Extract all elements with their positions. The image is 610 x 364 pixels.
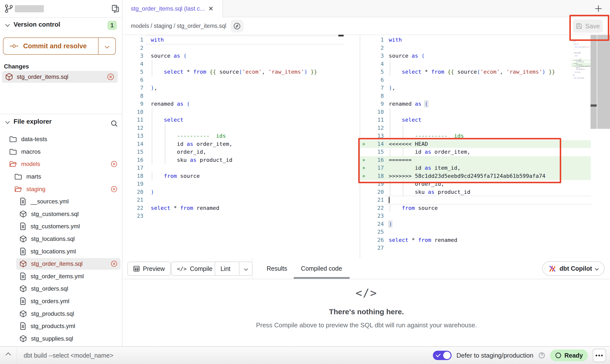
code-line[interactable]: 2 <box>122 44 360 52</box>
code-line[interactable]: 16+======= <box>360 156 610 164</box>
code-line[interactable]: 22select * from renamed <box>122 204 360 212</box>
lint-label[interactable]: Lint <box>215 262 236 275</box>
code-line[interactable]: 18+>>>>>>> 58c1dd23d5eebd9cd2495fa7124ab… <box>360 172 610 180</box>
code-line[interactable]: 15 order_id, <box>122 148 360 156</box>
code-line[interactable]: 22 from source <box>360 204 610 212</box>
code-line[interactable]: 10 <box>122 108 360 116</box>
code-line[interactable]: 6 <box>122 76 360 84</box>
editor-minimap[interactable]: 1with23source as (45 select * from {{ so… <box>571 40 590 83</box>
code-line[interactable]: 14 id as order_item, <box>122 140 360 148</box>
code-line[interactable]: 7), <box>122 84 360 92</box>
tab-stg-order-items[interactable]: stg_order_items.sql (last c... ✕ <box>123 0 223 17</box>
file-tree-item[interactable]: stg_supplies.sql <box>0 332 122 345</box>
code-line[interactable]: 14+<<<<<<< HEAD <box>360 140 610 148</box>
code-line[interactable]: 8 <box>360 92 610 100</box>
copy-icon[interactable] <box>111 4 120 13</box>
code-line[interactable]: 12 <box>122 124 360 132</box>
file-tree-item[interactable]: staging <box>0 183 122 195</box>
code-line[interactable]: 19 <box>122 180 360 188</box>
code-line[interactable]: 4 <box>122 60 360 68</box>
code-line[interactable]: 20) <box>122 188 360 196</box>
changes-file-item[interactable]: stg_order_items.sql <box>2 71 118 83</box>
code-line[interactable]: 24) <box>360 220 610 228</box>
more-options-button[interactable]: ••• <box>593 349 606 362</box>
code-line[interactable]: 13 ---------- ids <box>122 132 360 140</box>
code-line[interactable]: 12 <box>360 124 610 132</box>
preview-button[interactable]: Preview <box>127 262 171 276</box>
code-line[interactable]: 20 sku as product_id <box>360 188 610 196</box>
version-control-header[interactable]: Version control <box>0 21 114 28</box>
code-line[interactable]: 5 select * from {{ source('ecom', 'raw_i… <box>122 68 360 76</box>
code-line[interactable]: 11 select <box>360 116 610 124</box>
file-explorer-header[interactable]: File explorer <box>0 118 100 125</box>
tab-results[interactable]: Results <box>261 258 293 279</box>
editor-scrollbar[interactable] <box>591 35 597 129</box>
code-text: source as ( <box>389 52 425 60</box>
code-line[interactable]: 9renamed as ( <box>360 100 610 108</box>
code-line[interactable]: 9renamed as ( <box>122 100 360 108</box>
defer-toggle[interactable] <box>433 351 452 360</box>
status-badge[interactable]: Ready <box>550 349 588 361</box>
code-line[interactable]: 23 <box>122 212 360 220</box>
code-line[interactable]: 21 <box>122 196 360 204</box>
code-line[interactable]: 13 ---------- ids <box>360 132 610 140</box>
breadcrumb: models / staging / stg_order_items.sql <box>131 17 226 34</box>
code-line[interactable]: 21 <box>360 196 610 204</box>
lint-button[interactable]: Lint <box>215 262 253 276</box>
file-tree-item[interactable]: stg_orders.yml <box>0 295 122 308</box>
code-line[interactable]: 1with <box>122 36 360 44</box>
code-line[interactable]: 16 sku as product_id <box>122 156 360 164</box>
file-tree-item[interactable]: models <box>0 158 122 170</box>
code-line[interactable]: 27 <box>360 244 610 252</box>
file-tree-item[interactable]: marts <box>0 170 122 183</box>
code-line[interactable]: 17 <box>122 164 360 172</box>
file-tree-item[interactable]: stg_customers.sql <box>0 208 122 220</box>
file-tree-item[interactable]: macros <box>0 146 122 158</box>
page-scrollbar[interactable] <box>597 35 610 129</box>
code-line[interactable]: 19 order_id, <box>360 180 610 188</box>
code-line[interactable]: 18 from source <box>122 172 360 180</box>
commit-and-resolve-button[interactable]: Commit and resolve <box>3 37 116 55</box>
compile-button[interactable]: </> Compile <box>171 262 218 276</box>
file-tree-item[interactable]: stg_orders.sql <box>0 282 122 295</box>
file-tree-item[interactable]: stg_locations.yml <box>0 245 122 258</box>
tab-close-icon[interactable]: ✕ <box>208 5 214 13</box>
help-icon[interactable] <box>538 352 545 359</box>
tab-compiled-code[interactable]: Compiled code <box>293 258 350 279</box>
lineage-compass-button[interactable] <box>231 20 243 33</box>
file-tree-item[interactable]: data-tests <box>0 133 122 146</box>
code-line[interactable]: 8 <box>122 92 360 100</box>
left-editor-scroll-thumb[interactable] <box>338 35 344 36</box>
code-line[interactable]: 7), <box>360 84 610 92</box>
file-tree-item[interactable]: stg_products.yml <box>0 320 122 332</box>
command-input[interactable]: dbt build --select <model_name> <box>24 352 113 359</box>
code-line[interactable]: 3source as ( <box>122 52 360 60</box>
code-line[interactable]: 15 id as order_item, <box>360 148 610 156</box>
file-tree-item[interactable]: stg_order_items.sql <box>0 258 122 270</box>
code-icon: </> <box>356 287 377 299</box>
file-tree-item[interactable]: stg_locations.sql <box>0 233 122 245</box>
code-line[interactable]: 5 select * from {{ source('ecom', 'raw_i… <box>571 46 590 48</box>
code-line[interactable]: 27 <box>571 79 590 80</box>
search-icon[interactable] <box>110 120 118 128</box>
file-tree-item[interactable]: stg_order_items.yml <box>0 270 122 283</box>
git-branch-icon[interactable] <box>4 4 13 13</box>
editor-left-pane[interactable]: 1with23source as (45 select * from {{ so… <box>122 36 360 220</box>
code-line[interactable]: 26select * from renamed <box>360 236 610 244</box>
commit-dropdown-toggle[interactable] <box>98 38 115 54</box>
dbt-copilot-button[interactable]: dbt Copilot <box>542 261 605 276</box>
save-button[interactable]: Save <box>573 19 603 33</box>
code-line[interactable]: 10 <box>360 108 610 116</box>
file-tree-item[interactable]: __sources.yml <box>0 195 122 208</box>
command-bar-separator <box>17 347 17 364</box>
code-line[interactable]: 25 <box>360 228 610 236</box>
code-line[interactable]: 17+ id as item_id, <box>360 164 610 172</box>
file-tree-item[interactable]: stg_customers.yml <box>0 220 122 233</box>
code-line[interactable]: 23 <box>360 212 610 220</box>
scrollbar-thumb[interactable] <box>591 104 597 107</box>
code-line[interactable]: 11 select <box>122 116 360 124</box>
lint-dropdown-toggle[interactable] <box>239 262 252 275</box>
expand-command-bar-icon[interactable] <box>6 353 10 358</box>
file-tree-item[interactable]: stg_products.sql <box>0 307 122 320</box>
new-tab-button[interactable] <box>592 2 605 15</box>
